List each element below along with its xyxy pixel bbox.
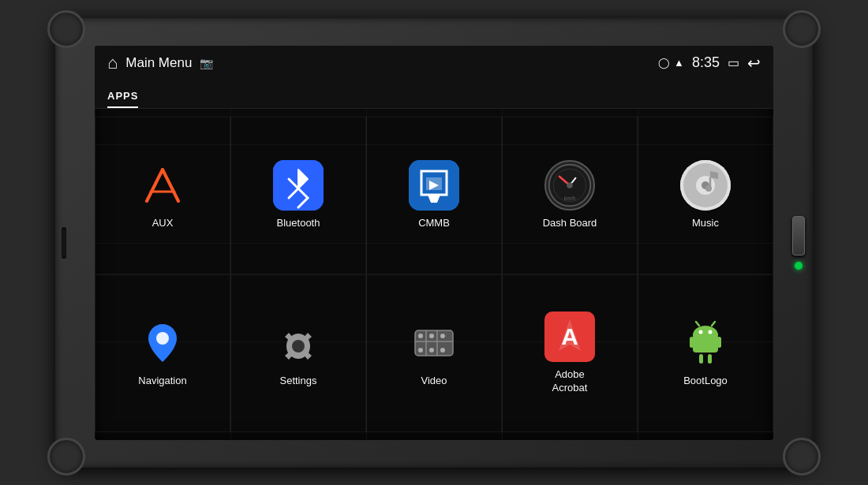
back-icon[interactable]: ↩ [747,54,761,73]
app-item-music[interactable]: Music [638,117,773,274]
svg-point-12 [567,182,573,188]
app-item-cmmb[interactable]: CMMB [366,117,502,274]
svg-point-31 [440,348,445,353]
svg-point-29 [429,348,434,353]
svg-line-0 [147,170,163,201]
power-led [795,262,803,270]
svg-point-27 [418,348,423,353]
mount-tab-br [783,438,821,476]
app-icon-bluetooth [273,160,324,211]
svg-rect-40 [690,337,694,348]
app-label-adobe: Adobe Acrobat [552,368,588,395]
app-item-video[interactable]: Video [366,274,502,432]
app-icon-dashboard: km/h [544,160,595,211]
svg-rect-42 [699,354,703,364]
side-button[interactable] [792,216,805,256]
svg-point-28 [429,334,434,338]
touchscreen[interactable]: ⌂ Main Menu 📷 ◯ ▲ 8:35 ▭ ↩ APPS [95,46,773,440]
tabs-bar: APPS [95,80,773,109]
svg-rect-41 [717,337,721,348]
home-icon[interactable]: ⌂ [107,53,118,73]
mount-tab-tr [783,10,821,48]
app-label-music: Music [692,217,719,230]
wallpaper-icon[interactable]: 📷 [200,57,213,69]
svg-point-36 [699,330,703,334]
app-item-navigation[interactable]: Navigation [95,274,230,432]
svg-text:km/h: km/h [564,196,576,201]
battery-icon: ▭ [728,55,739,70]
app-icon-settings [273,318,324,368]
status-bar-left: ⌂ Main Menu 📷 [107,53,213,73]
app-icon-aux [137,160,188,211]
mount-tab-tl [47,10,85,48]
app-icon-adobe: A [544,312,595,362]
sd-card-slot[interactable] [62,227,66,259]
app-icon-music [680,160,731,211]
svg-line-39 [712,322,715,326]
svg-point-19 [705,185,712,192]
status-bar-right: ◯ ▲ 8:35 ▭ ↩ [658,54,761,73]
svg-rect-35 [693,335,718,353]
app-label-bluetooth: Bluetooth [277,217,320,230]
wifi-icon: ▲ [674,57,684,69]
car-head-unit: ⌂ Main Menu 📷 ◯ ▲ 8:35 ▭ ↩ APPS [55,18,813,468]
svg-point-37 [709,330,713,334]
status-icons: ◯ ▲ [658,57,684,69]
app-label-dashboard: Dash Board [543,217,597,230]
svg-text:A: A [561,323,578,349]
svg-point-26 [418,334,423,338]
app-item-settings[interactable]: Settings [230,274,366,432]
app-item-adobe[interactable]: A Adobe Acrobat [502,274,638,432]
svg-point-21 [292,340,305,353]
app-label-video: Video [421,375,447,388]
app-label-bootlogo: BootLogo [683,375,728,388]
app-item-bootlogo[interactable]: BootLogo [638,274,773,432]
right-panel [792,216,805,270]
app-item-bluetooth[interactable]: Bluetooth [230,117,366,274]
app-label-aux: AUX [152,217,174,230]
gps-icon: ◯ [658,57,670,69]
status-bar: ⌂ Main Menu 📷 ◯ ▲ 8:35 ▭ ↩ [95,46,773,80]
svg-point-20 [156,332,169,345]
app-icon-video [409,318,459,368]
app-label-cmmb: CMMB [418,217,450,230]
svg-rect-43 [708,354,712,364]
app-item-dashboard[interactable]: km/h Dash Board [502,117,638,274]
main-menu-title: Main Menu [125,55,192,71]
app-item-aux[interactable]: AUX [95,117,230,274]
app-label-navigation: Navigation [138,375,186,388]
tab-apps[interactable]: APPS [107,90,138,108]
svg-point-30 [440,334,445,338]
svg-line-38 [696,322,699,326]
svg-line-1 [163,170,178,201]
clock: 8:35 [692,54,720,71]
app-label-settings: Settings [280,375,317,388]
app-icon-navigation [137,318,188,368]
app-grid: AUX Bluetooth [95,109,773,440]
app-icon-cmmb [409,160,459,211]
app-icon-bootlogo [680,318,731,368]
mount-tab-bl [47,438,85,476]
